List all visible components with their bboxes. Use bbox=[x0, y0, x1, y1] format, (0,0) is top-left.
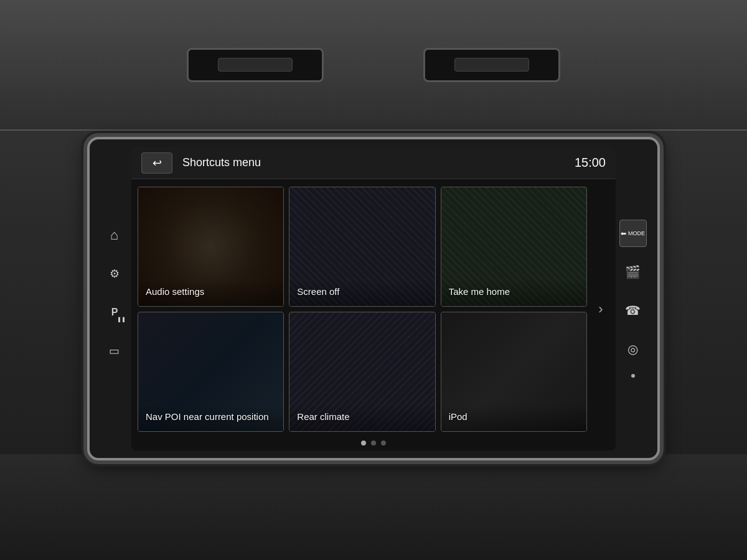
screen-header: ↩ Shortcuts menu 15:00 bbox=[131, 147, 616, 179]
right-indicator-dot bbox=[631, 374, 635, 378]
tile-screen-off[interactable]: Screen off bbox=[289, 187, 435, 307]
settings-button[interactable]: ⚙ bbox=[101, 260, 128, 287]
tile-screen-label: Screen off bbox=[289, 279, 435, 307]
tile-audio-label: Audio settings bbox=[138, 279, 283, 307]
tile-nav-label: Nav POI near current position bbox=[138, 404, 283, 432]
nav-button[interactable]: ◎ bbox=[619, 335, 647, 363]
screen-time: 15:00 bbox=[575, 156, 606, 170]
pagination bbox=[131, 437, 616, 450]
mode-label: MODE bbox=[628, 230, 645, 236]
back-arrow-icon: ↩ bbox=[153, 156, 162, 170]
tile-home-label: Take me home bbox=[441, 279, 586, 307]
tile-rear-climate[interactable]: Rear climate bbox=[289, 312, 435, 432]
tile-audio-settings[interactable]: Audio settings bbox=[138, 187, 284, 307]
media-button[interactable]: 🎬 bbox=[619, 258, 647, 286]
main-screen: ↩ Shortcuts menu 15:00 Audio settings bbox=[131, 147, 616, 450]
page-dot-2[interactable] bbox=[371, 441, 376, 446]
left-side-controls: ⌂ ⚙ P ❚❚ ▭ bbox=[97, 217, 131, 381]
phone-button[interactable]: ☎ bbox=[619, 297, 647, 324]
tile-climate-label: Rear climate bbox=[289, 404, 435, 432]
next-page-arrow[interactable]: › bbox=[592, 301, 609, 317]
infotainment-unit: ⌂ ⚙ P ❚❚ ▭ ↩ Shortcuts menu 15:00 bbox=[87, 137, 660, 460]
screen-title: Shortcuts menu bbox=[182, 156, 575, 169]
page-dot-3[interactable] bbox=[381, 441, 386, 446]
camera-button[interactable]: ▭ bbox=[101, 337, 128, 365]
parking-button[interactable]: P ❚❚ bbox=[101, 299, 128, 326]
tile-nav-poi[interactable]: Nav POI near current position bbox=[138, 312, 284, 432]
grid-area: Audio settings Screen off Take me home bbox=[131, 179, 616, 437]
mode-arrow-icon: ⬅ bbox=[621, 230, 626, 238]
right-side-controls: ⬅ MODE 🎬 ☎ ◎ bbox=[616, 215, 650, 383]
dashboard: ⌂ ⚙ P ❚❚ ▭ ↩ Shortcuts menu 15:00 bbox=[0, 0, 747, 560]
tile-ipod[interactable]: iPod bbox=[441, 312, 587, 432]
bottom-area bbox=[0, 454, 747, 560]
mode-button[interactable]: ⬅ MODE bbox=[619, 220, 647, 247]
back-button[interactable]: ↩ bbox=[141, 152, 172, 174]
tile-ipod-label: iPod bbox=[441, 404, 586, 432]
home-button[interactable]: ⌂ bbox=[101, 222, 128, 249]
page-dot-1[interactable] bbox=[361, 441, 366, 446]
tiles-container: Audio settings Screen off Take me home bbox=[138, 187, 587, 432]
vent-area bbox=[0, 0, 747, 131]
tile-take-me-home[interactable]: Take me home bbox=[441, 187, 587, 307]
